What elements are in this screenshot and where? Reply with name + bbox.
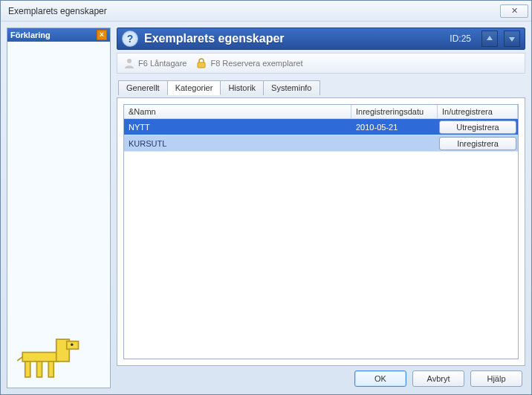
window-title: Exemplarets egenskaper [8, 6, 107, 16]
deregister-button[interactable]: Utregistrera [439, 121, 516, 134]
borrower-label: F6 Låntagare [138, 59, 186, 68]
svg-point-8 [127, 59, 132, 63]
cell-name: KURSUTL [124, 138, 351, 150]
ok-button[interactable]: OK [354, 370, 406, 387]
svg-rect-9 [198, 62, 205, 68]
tab-categories[interactable]: Kategorier [167, 80, 221, 95]
svg-rect-3 [25, 362, 30, 377]
svg-rect-4 [37, 362, 42, 377]
person-icon [123, 57, 135, 69]
cell-action: Inregistrera [438, 136, 518, 151]
dialog-footer: OK Avbryt Hjälp [117, 369, 525, 388]
explanation-panel: Förklaring × [7, 28, 111, 388]
grid-header: &Namn Inregistreringsdatu In/utregistrer… [124, 105, 518, 119]
register-button[interactable]: Inregistrera [439, 137, 516, 150]
content-area: Förklaring × ? Exemplarets egenskaper ID… [1, 22, 531, 394]
cell-name: NYTT [124, 121, 351, 133]
page-title: Exemplarets egenskaper [144, 32, 444, 45]
help-icon[interactable]: ? [122, 30, 138, 47]
col-action[interactable]: In/utregistrera [438, 105, 518, 118]
table-row[interactable]: NYTT 2010-05-21 Utregistrera [124, 119, 518, 135]
tabs: Generellt Kategorier Historik Systeminfo [118, 80, 525, 94]
tab-general[interactable]: Generellt [118, 80, 168, 95]
svg-rect-5 [48, 362, 53, 377]
tab-panel: &Namn Inregistreringsdatu In/utregistrer… [117, 97, 525, 366]
cell-date [351, 142, 438, 145]
explanation-header: Förklaring × [7, 28, 110, 42]
tab-history[interactable]: Historik [220, 80, 264, 95]
svg-line-7 [17, 357, 22, 361]
arrow-up-icon [485, 34, 494, 43]
category-grid: &Namn Inregistreringsdatu In/utregistrer… [123, 104, 519, 359]
window-close-button[interactable]: ✕ [500, 4, 528, 18]
lock-icon [195, 57, 207, 69]
nav-down-button[interactable] [504, 30, 520, 47]
explanation-close-button[interactable]: × [97, 30, 107, 40]
reserve-label: F8 Reservera exemplaret [210, 59, 302, 68]
explanation-title: Förklaring [10, 30, 51, 39]
col-name[interactable]: &Namn [124, 105, 351, 118]
nav-up-button[interactable] [481, 30, 498, 47]
close-icon: × [100, 31, 104, 39]
header-bar: ? Exemplarets egenskaper ID:25 [117, 28, 525, 50]
mascot-icon [13, 330, 97, 382]
explanation-body [7, 42, 110, 388]
svg-rect-0 [22, 353, 58, 362]
arrow-down-icon [507, 34, 516, 43]
close-icon: ✕ [511, 6, 518, 16]
toolbar: F6 Låntagare F8 Reservera exemplaret [117, 53, 525, 74]
reserve-button[interactable]: F8 Reservera exemplaret [195, 57, 302, 69]
main-panel: ? Exemplarets egenskaper ID:25 F6 Låntag… [117, 28, 525, 388]
help-button[interactable]: Hjälp [470, 370, 522, 387]
svg-point-6 [71, 343, 74, 346]
cell-date: 2010-05-21 [351, 121, 438, 133]
titlebar: Exemplarets egenskaper ✕ [1, 1, 531, 22]
col-regdate[interactable]: Inregistreringsdatu [351, 105, 438, 118]
cell-action: Utregistrera [438, 120, 518, 135]
cancel-button[interactable]: Avbryt [412, 370, 464, 387]
borrower-button[interactable]: F6 Låntagare [123, 57, 186, 69]
table-row[interactable]: KURSUTL Inregistrera [124, 135, 518, 152]
id-label: ID:25 [450, 33, 471, 44]
tab-system[interactable]: Systeminfo [263, 80, 319, 95]
